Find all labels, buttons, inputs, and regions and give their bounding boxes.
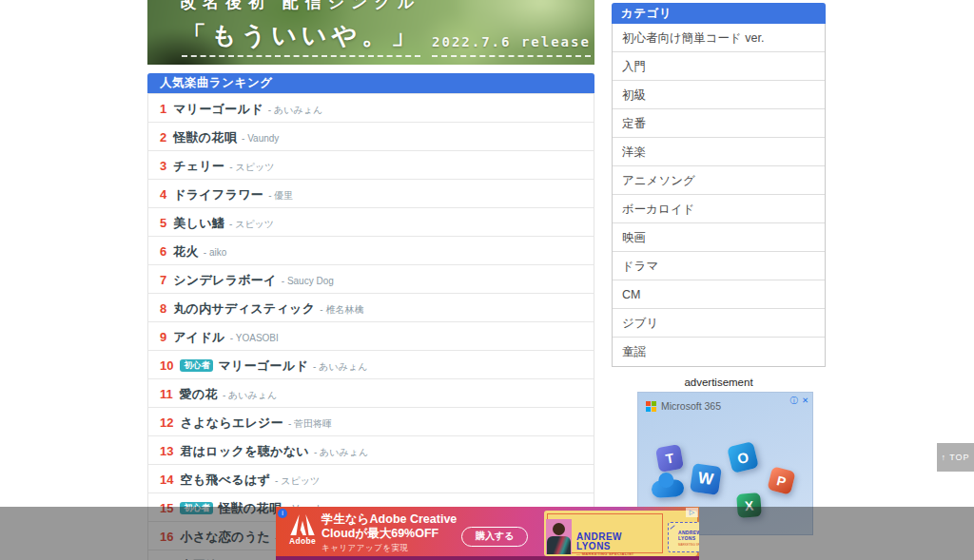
hero-banner[interactable]: 改名後初 配信シングル 「もういいや。」 2022.7.6 release [147, 0, 594, 65]
ad-bottom-strip [276, 556, 699, 560]
song-title: 丸の内サディスティック [173, 301, 315, 316]
ad-headline-line1: 学生ならAdobe Creative [321, 512, 457, 527]
rank-number: 3 [160, 159, 166, 173]
small-card-role: MARKETING SPECIALIST [678, 543, 699, 547]
ad-info-badge-icon[interactable]: i [278, 509, 287, 518]
song-artist: - あいみょん [268, 105, 322, 115]
microsoft-logo-icon [646, 401, 656, 412]
sidebar-item-category[interactable]: 入門 [613, 52, 825, 81]
song-title: 愛の花 [180, 387, 218, 401]
outlook-icon: O [727, 441, 759, 473]
sidebar-item-category[interactable]: 初心者向け簡単コード ver. [613, 24, 825, 52]
rank-number: 1 [160, 102, 166, 116]
ranking-row[interactable]: 11愛の花- あいみょん [148, 379, 594, 408]
song-artist: - YOASOBI [230, 333, 279, 343]
song-artist: - あいみょん [314, 447, 368, 457]
song-title: 美しい鰭 [173, 216, 224, 230]
hero-title: 「もういいや。」 [182, 19, 420, 57]
rank-number: 8 [160, 301, 166, 316]
song-artist: - スピッツ [229, 219, 274, 229]
ad-subline: キャリアアップを実現 [321, 543, 409, 554]
rank-number: 11 [160, 387, 173, 401]
sidebar-item-category[interactable]: ジブリ [613, 309, 825, 338]
sidebar-item-category[interactable]: ドラマ [613, 252, 825, 280]
ranking-row[interactable]: 12さよならエレジー- 菅田将暉 [148, 408, 594, 436]
beginner-badge: 初心者 [180, 359, 213, 372]
song-artist: - あいみょん [223, 390, 277, 400]
song-title: ドライフラワー [173, 187, 263, 202]
rank-number: 5 [160, 216, 166, 230]
song-artist: - スピッツ [229, 162, 274, 172]
microsoft-brand-text: Microsoft 365 [661, 400, 721, 412]
ad-close-icon[interactable]: ✕ [802, 396, 808, 405]
ranking-row[interactable]: 7シンデレラボーイ- Saucy Dog [148, 265, 594, 294]
song-artist: - Saucy Dog [282, 276, 334, 286]
ranking-row[interactable]: 3チェリー- スピッツ [148, 151, 594, 180]
ad-yellow-card: ANDREW LYONS — MARKETING SPECIALIST ANDR… [544, 511, 697, 556]
song-artist: - aiko [204, 247, 226, 258]
song-artist: - あいみょん [313, 361, 367, 372]
sidebar-item-category[interactable]: 初級 [613, 81, 825, 109]
ranking-list: 1マリーゴールド- あいみょん2怪獣の花唄- Vaundy3チェリー- スピッツ… [147, 93, 594, 560]
adobe-logo: Adobe [287, 514, 318, 546]
sidebar-item-category[interactable]: CM [613, 280, 825, 309]
word-icon: W [690, 463, 722, 495]
powerpoint-icon: P [767, 466, 795, 494]
song-title: さよならエレジー [180, 415, 283, 430]
rank-number: 9 [160, 330, 166, 344]
back-to-top-button[interactable]: ↑ TOP [937, 443, 974, 472]
rank-number: 4 [160, 187, 166, 202]
ad-headline: 学生ならAdobe Creative Cloudが最大69%OFF [321, 512, 457, 541]
advertisement-label: advertisement [612, 377, 826, 388]
sidebar-item-category[interactable]: アニメソング [613, 166, 825, 195]
rank-number: 7 [160, 273, 166, 287]
ranking-row[interactable]: 6花火- aiko [148, 237, 594, 265]
ad-small-card: ANDREW LYONS MARKETING SPECIALIST [668, 522, 699, 552]
song-title: アイドル [173, 330, 224, 344]
small-card-name: ANDREW LYONS [678, 531, 699, 541]
adchoices-icon[interactable]: ▷ [686, 508, 698, 517]
song-title: シンデレラボーイ [173, 273, 277, 287]
ranking-row[interactable]: 4ドライフラワー- 優里 [148, 180, 594, 208]
song-artist: - 優里 [268, 190, 293, 201]
ad-controls: ⓘ✕ [789, 396, 808, 407]
rank-number: 13 [160, 444, 173, 458]
song-artist: - 菅田将暉 [288, 418, 332, 429]
song-title: 花火 [173, 244, 199, 259]
rank-number: 6 [160, 244, 166, 259]
song-title: マリーゴールド [218, 358, 308, 373]
purchase-button[interactable]: 購入する [461, 527, 528, 547]
ranking-row[interactable]: 8丸の内サディスティック- 椎名林檎 [148, 294, 594, 322]
ranking-row[interactable]: 9アイドル- YOASOBI [148, 322, 594, 351]
ranking-row[interactable]: 10初心者マリーゴールド- あいみょん [148, 351, 594, 379]
song-artist: - 椎名林檎 [320, 304, 363, 315]
hero-subtitle: 改名後初 配信シングル [180, 0, 420, 13]
ranking-row[interactable]: 14空も飛べるはず- スピッツ [148, 465, 594, 493]
sidebar-item-category[interactable]: 洋楽 [613, 138, 825, 166]
ranking-row[interactable]: 13君はロックを聴かない- あいみょん [148, 436, 594, 465]
song-title: マリーゴールド [173, 102, 263, 116]
rank-number: 10 [160, 358, 173, 373]
hero-title-row: 「もういいや。」 2022.7.6 release [182, 19, 591, 57]
song-title: 怪獣の花唄 [173, 130, 237, 145]
sidebar-item-category[interactable]: ボーカロイド [613, 195, 825, 223]
hero-release-date: 2022.7.6 release [432, 34, 591, 57]
song-artist: - スピッツ [275, 475, 320, 486]
song-title: 君はロックを聴かない [180, 444, 308, 458]
ranking-row[interactable]: 2怪獣の花唄- Vaundy [148, 123, 594, 151]
ad-info-icon[interactable]: ⓘ [789, 396, 798, 405]
sidebar-item-category[interactable]: 映画 [613, 223, 825, 252]
category-header: カテゴリ [612, 3, 826, 24]
ranking-row[interactable]: 1マリーゴールド- あいみょん [148, 94, 594, 123]
ranking-row[interactable]: 5美しい鰭- スピッツ [148, 208, 594, 237]
adobe-logo-icon [290, 514, 315, 535]
microsoft-logo-row: Microsoft 365 [646, 400, 721, 412]
adobe-logo-text: Adobe [287, 536, 318, 546]
sidebar-item-category[interactable]: 童謡 [613, 338, 825, 366]
teams-icon: T [655, 444, 684, 473]
song-title: チェリー [173, 159, 224, 173]
adobe-banner-ad[interactable]: i Adobe 学生ならAdobe Creative Cloudが最大69%OF… [276, 507, 699, 560]
song-artist: - Vaundy [242, 133, 279, 144]
sidebar-item-category[interactable]: 定番 [613, 109, 825, 138]
song-title: 空も飛べるはず [180, 473, 270, 487]
